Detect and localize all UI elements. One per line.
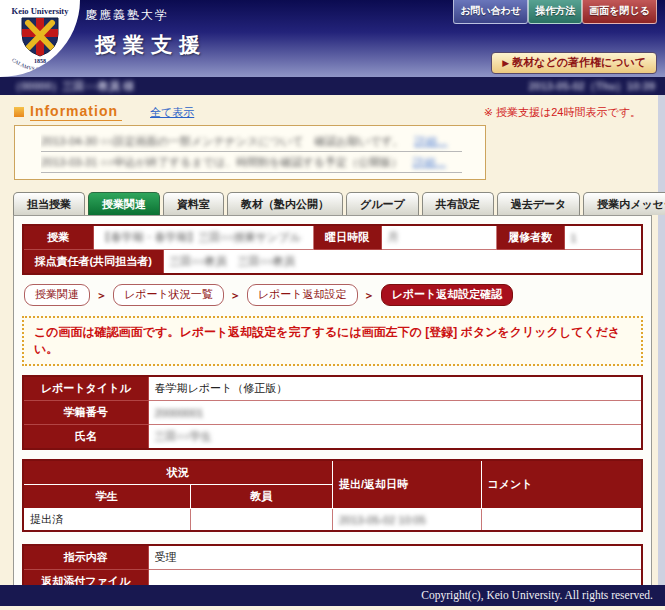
breadcrumb-report-return-settings[interactable]: レポート返却設定 xyxy=(247,284,358,306)
tab-class-messages[interactable]: 授業内メッセージ xyxy=(583,192,665,215)
close-screen-button[interactable]: 画面を閉じる xyxy=(582,0,657,24)
material-copyright-button[interactable]: ▶教材などの著作権について xyxy=(491,52,657,74)
copyright-text: Copyright(c), Keio University. All right… xyxy=(421,589,653,601)
return-settings-table: 指示内容 受理 返却添付ファイル コメント 提出された内容を受理しました。 メモ… xyxy=(22,544,643,585)
information-box: 2013-04-30 ○○設定画面の一部メンテナンスについて 確認お願いです。 … xyxy=(14,125,486,180)
tab-share-settings[interactable]: 共有設定 xyxy=(422,192,494,215)
information-detail-link[interactable]: 詳細… xyxy=(415,135,448,147)
student-id-label: 学籍番号 xyxy=(23,401,148,425)
university-name: 慶應義塾大学 xyxy=(85,7,207,24)
keio-shield-icon: Keio University 1858 CALAMVS GLADIO FORT… xyxy=(0,0,80,77)
tab-panel: 授業 【春学期・春学期】三田○○授業サンプル 曜日時限 月 履修者数 1 採点責… xyxy=(13,215,652,585)
tab-materials[interactable]: 教材（塾内公開） xyxy=(227,192,343,215)
information-square-icon xyxy=(14,107,24,117)
submit-return-date-header: 提出/返却日時 xyxy=(332,460,481,509)
course-info-table: 授業 【春学期・春学期】三田○○授業サンプル 曜日時限 月 履修者数 1 採点責… xyxy=(22,224,643,275)
breadcrumb: 授業関連 ＞ レポート状況一覧 ＞ レポート返却設定 ＞ レポート返却設定確認 xyxy=(24,284,643,306)
breadcrumb-report-status-list[interactable]: レポート状況一覧 xyxy=(113,284,224,306)
instruction-label: 指示内容 xyxy=(23,545,148,570)
tab-bar: 担当授業 授業関連 資料室 教材（塾内公開） グループ 共有設定 過去データ 授… xyxy=(13,192,657,215)
breadcrumb-class-related[interactable]: 授業関連 xyxy=(24,284,90,306)
svg-text:Keio University: Keio University xyxy=(12,6,70,16)
user-name: （00000）三田○○教員 様 xyxy=(10,79,134,94)
teacher-col-header: 教員 xyxy=(190,485,332,509)
status-header: 状況 xyxy=(23,460,332,485)
student-id-value: 20000001 xyxy=(155,407,204,419)
report-title-value: 春学期レポート（修正版） xyxy=(148,376,642,401)
teacher-status-cell xyxy=(190,509,332,532)
day-period-value: 月 xyxy=(388,231,399,243)
comment-header: コメント xyxy=(481,460,642,509)
page-title: 授業支援 xyxy=(95,31,207,59)
enrolled-value: 1 xyxy=(571,232,577,244)
tab-class-related[interactable]: 授業関連 xyxy=(88,192,160,215)
keio-logo: Keio University 1858 CALAMVS GLADIO FORT… xyxy=(0,0,80,77)
return-attachment-label: 返却添付ファイル xyxy=(23,570,148,586)
current-datetime: 2013-05-02（Thu）10:39 xyxy=(528,79,655,94)
help-button[interactable]: 操作方法 xyxy=(528,0,582,24)
triangle-icon: ▶ xyxy=(502,58,509,68)
information-item-text: 2013-03-31 ○○申込が終了するまでは、時間割を確認する予定（公開版） xyxy=(41,156,402,168)
student-status-cell: 提出済 xyxy=(23,509,190,532)
confirmation-message: この画面は確認画面です。レポート返却設定を完了するには画面左下の [登録] ボタ… xyxy=(22,316,643,366)
svg-text:1858: 1858 xyxy=(34,58,46,64)
user-bar: （00000）三田○○教員 様 2013-05-02（Thu）10:39 xyxy=(0,77,665,95)
submission-status-table: 状況 提出/返却日時 コメント 学生 教員 提出済 2013-05-02 10:… xyxy=(22,459,643,532)
information-item: 2013-04-30 ○○設定画面の一部メンテナンスについて 確認お願いです。 … xyxy=(41,131,462,152)
grader-value: 三田○○教員 三田○○教員 xyxy=(170,255,296,267)
tab-library[interactable]: 資料室 xyxy=(163,192,224,215)
hours-note: ※ 授業支援は24時間表示です。 xyxy=(484,105,641,120)
student-col-header: 学生 xyxy=(23,485,190,509)
comment-cell xyxy=(481,509,642,532)
app-header: Keio University 1858 CALAMVS GLADIO FORT… xyxy=(0,0,665,77)
information-title: Information xyxy=(30,103,122,121)
information-item-text: 2013-04-30 ○○設定画面の一部メンテナンスについて 確認お願いです。 xyxy=(41,135,403,147)
course-value: 【春学期・春学期】三田○○授業サンプル xyxy=(100,231,301,243)
information-header: Information 全て表示 ※ 授業支援は24時間表示です。 xyxy=(14,103,651,121)
breadcrumb-separator: ＞ xyxy=(230,288,241,303)
submit-return-date-cell: 2013-05-02 10:05 xyxy=(339,514,426,526)
information-item: 2013-03-31 ○○申込が終了するまでは、時間割を確認する予定（公開版） … xyxy=(41,152,462,173)
show-all-link[interactable]: 全て表示 xyxy=(150,105,194,120)
tab-group[interactable]: グループ xyxy=(346,192,419,215)
information-detail-link[interactable]: 詳細… xyxy=(413,156,446,168)
report-info-table: レポートタイトル 春学期レポート（修正版） 学籍番号 20000001 氏名 三… xyxy=(22,375,643,450)
breadcrumb-separator: ＞ xyxy=(364,288,375,303)
right-edge-strip xyxy=(658,95,665,585)
instruction-value: 受理 xyxy=(148,545,642,570)
report-title-label: レポートタイトル xyxy=(23,376,148,401)
grader-label: 採点責任者(共同担当者) xyxy=(23,250,163,275)
student-name-value: 三田○○学生 xyxy=(155,430,212,442)
breadcrumb-separator: ＞ xyxy=(96,288,107,303)
footer: Copyright(c), Keio University. All right… xyxy=(0,585,665,606)
content-area: Information 全て表示 ※ 授業支援は24時間表示です。 2013-0… xyxy=(0,95,665,585)
course-label: 授業 xyxy=(23,225,93,250)
student-name-label: 氏名 xyxy=(23,425,148,450)
title-block: 慶應義塾大学 授業支援 xyxy=(85,7,207,59)
top-nav: お問い合わせ 操作方法 画面を閉じる xyxy=(453,0,657,24)
contact-button[interactable]: お問い合わせ xyxy=(453,0,528,24)
day-period-label: 曜日時限 xyxy=(313,225,381,250)
breadcrumb-current-confirm: レポート返却設定確認 xyxy=(381,284,514,306)
tab-my-classes[interactable]: 担当授業 xyxy=(13,192,85,215)
enrolled-label: 履修者数 xyxy=(496,225,564,250)
tab-past-data[interactable]: 過去データ xyxy=(497,192,581,215)
return-attachment-value xyxy=(148,570,642,586)
